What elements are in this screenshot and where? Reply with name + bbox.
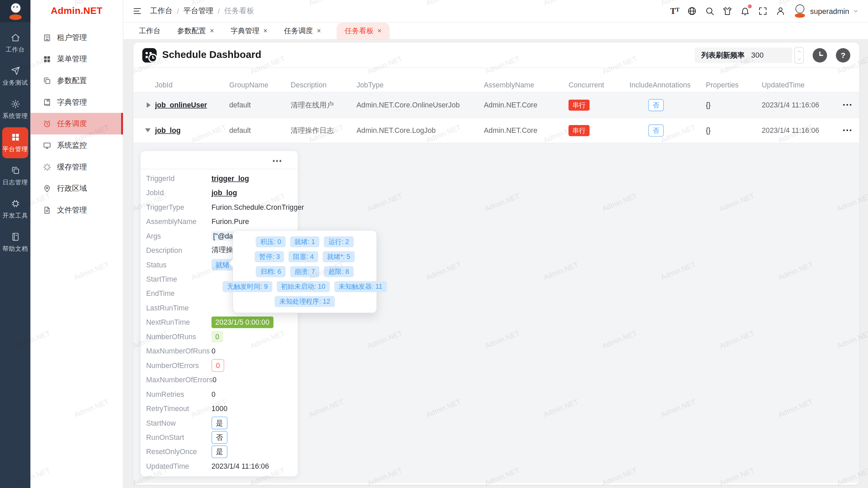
sidebar-item-task-schedule[interactable]: 任务调度 [31,113,123,135]
status-popup-tag: 未知处理程序: 12 [275,296,335,307]
start-now-tag: 是 [212,416,228,429]
avatar [793,4,807,18]
help-icon[interactable]: ? [836,48,850,62]
concurrent-tag: 串行 [569,99,590,110]
copy-icon [10,165,20,175]
row-actions-button[interactable] [843,129,859,131]
sidebar-item-label: 系统监控 [57,140,87,150]
content-area: Schedule Dashboard 列表刷新频率 [123,40,868,488]
main-area: 工作台 / 平台管理 / 任务看板 TT [123,0,868,488]
user-profile-icon[interactable] [776,6,786,16]
job-id-link[interactable]: job_log [155,126,229,134]
detail-label: MaxNumberOfRuns [146,347,212,355]
menu-fold-icon[interactable] [132,6,142,16]
status-popup-tag: 就绪*: 5 [323,251,355,262]
concurrent-tag: 串行 [569,125,590,136]
rail-item-platform-mgmt[interactable]: 平台管理 [2,127,28,158]
tab-param-config[interactable]: 参数配置 × [176,23,215,39]
tab-label: 任务看板 [345,23,374,39]
stepper-up-icon[interactable] [795,47,803,55]
rail-item-label: 业务测试 [2,79,28,87]
collapse-row-icon[interactable] [145,128,151,132]
font-size-icon[interactable]: TT [670,7,679,15]
tab-close-icon[interactable]: × [210,23,214,39]
expand-row-icon[interactable] [147,102,151,107]
rail-item-workbench[interactable]: 工作台 [2,28,28,59]
refresh-rate-field[interactable]: 列表刷新频率 [695,47,792,63]
breadcrumb-separator: / [218,7,220,15]
table-row[interactable]: job_onlineUser default 清理在线用户 Admin.NET.… [133,93,859,118]
detail-label: TriggerId [146,174,212,182]
sidebar-item-cache-mgmt[interactable]: 缓存管理 [31,156,123,178]
breadcrumb-item-workbench[interactable]: 工作台 [150,6,172,16]
brand-logo[interactable]: Admin.NET [31,0,123,22]
status-popup-tag: 初始未启动: 10 [277,281,330,292]
trigger-id-link[interactable]: trigger_log [212,174,249,182]
tab-close-icon[interactable]: × [263,23,267,39]
rail-item-business-test[interactable]: 业务测试 [2,61,28,92]
grid-icon [10,132,20,142]
detail-label: NextRunTime [146,318,212,326]
cell-group-name: default [229,126,291,134]
tab-task-schedule[interactable]: 任务调度 × [283,23,322,39]
sidebar-item-admin-region[interactable]: 行政区域 [31,178,123,199]
app-logo[interactable] [0,0,31,22]
detail-actions-button[interactable] [273,160,289,162]
reset-only-once-tag: 是 [212,445,228,458]
status-popup-tag: 归档: 6 [256,266,285,277]
status-popup-tag: 就绪: 1 [290,236,319,247]
tab-dict-mgmt[interactable]: 字典管理 × [230,23,269,39]
sidebar-item-tenant-mgmt[interactable]: 租户管理 [31,26,123,48]
sidebar-item-menu-mgmt[interactable]: 菜单管理 [31,48,123,70]
tab-workbench[interactable]: 工作台 [138,23,162,39]
job-id-link[interactable]: job_onlineUser [155,101,229,109]
breadcrumb-item-platform-mgmt[interactable]: 平台管理 [183,6,213,16]
sidebar-item-system-monitor[interactable]: 系统监控 [31,135,123,156]
sidebar-item-file-mgmt[interactable]: 文件管理 [31,199,123,221]
fullscreen-icon[interactable] [758,6,768,16]
refresh-rate-input[interactable] [750,50,785,60]
next-run-time-tag: 2023/1/5 0:00:00 [212,316,273,328]
refresh-rate-label: 列表刷新频率 [702,50,745,60]
row-actions-button[interactable] [843,104,859,106]
cell-assembly-name: Admin.NET.Core [484,101,569,109]
sidebar-item-label: 文件管理 [57,205,87,215]
rail-item-log-mgmt[interactable]: 日志管理 [2,160,28,191]
rail-item-dev-tools[interactable]: 开发工具 [2,194,28,224]
detail-value: Furion.Schedule.CronTrigger [212,203,304,211]
globe-icon[interactable] [687,6,697,16]
sidebar-item-param-config[interactable]: 参数配置 [31,70,123,92]
rail-item-help-docs[interactable]: 帮助文档 [2,227,28,258]
stepper-down-icon[interactable] [795,55,803,63]
alarm-clock-icon [43,119,52,128]
detail-label: EndTime [146,289,212,297]
status-popup-tag: 运行: 2 [324,236,353,247]
schedule-calendar-icon [142,48,157,62]
job-id-link[interactable]: job_log [212,188,237,197]
rail-item-system-mgmt[interactable]: 系统管理 [2,94,28,125]
search-icon[interactable] [705,6,715,16]
table-row[interactable]: job_log default 清理操作日志 Admin.NET.Core.Lo… [133,118,859,143]
book-icon [43,98,52,106]
col-includeannotations: IncludeAnnotations [629,81,706,89]
detail-label: MaxNumberOfErrors [146,375,213,384]
sidebar-item-label: 菜单管理 [57,54,87,64]
tab-close-icon[interactable]: × [377,23,381,39]
col-jobid: JobId [155,81,229,89]
rail-item-label: 日志管理 [2,178,28,186]
page-title: Schedule Dashboard [162,49,261,61]
sidebar-item-label: 缓存管理 [57,162,87,172]
col-properties: Properties [706,81,762,89]
sidebar-item-dict-mgmt[interactable]: 字典管理 [31,91,123,113]
notification-bell-icon[interactable] [741,6,750,16]
rail-item-label: 开发工具 [2,211,28,220]
timer-icon[interactable] [813,48,827,62]
user-dropdown[interactable]: superadmin [793,4,859,18]
tab-task-dashboard[interactable]: 任务看板 × [336,23,390,39]
sidebar-item-label: 字典管理 [57,97,87,107]
theme-shirt-icon[interactable] [723,6,732,16]
app-root: Admin.NETAdmin.NETAdmin.NETAdmin.NETAdmi… [0,0,868,488]
username-label: superadmin [810,7,849,15]
tab-close-icon[interactable]: × [317,23,321,39]
status-popup-tag: 超限: 8 [324,266,353,277]
